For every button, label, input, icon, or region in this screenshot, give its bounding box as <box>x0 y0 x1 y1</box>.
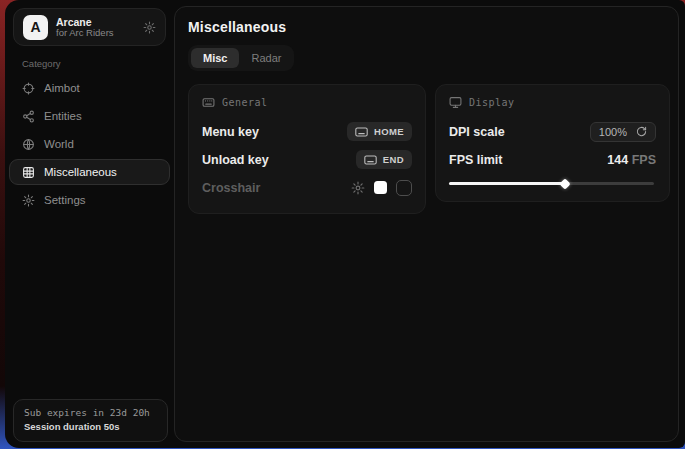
dpi-scale-value: 100% <box>599 126 627 138</box>
entities-icon <box>22 110 35 123</box>
unload-key-row: Unload key END <box>202 147 412 172</box>
menu-key-value: HOME <box>374 126 404 137</box>
menu-key-label: Menu key <box>202 125 259 139</box>
general-card: General Menu key HOME Unload key <box>188 84 426 214</box>
tab-bar: Misc Radar <box>188 45 294 71</box>
fps-limit-label: FPS limit <box>449 153 502 167</box>
app-logo: A <box>23 15 48 40</box>
unload-key-value: END <box>383 154 404 165</box>
sidebar-item-world[interactable]: World <box>9 131 170 157</box>
gear-icon[interactable] <box>143 21 156 34</box>
display-card: Display DPI scale 100% FPS limit 144 FPS <box>435 84 670 202</box>
dpi-scale-label: DPI scale <box>449 125 505 139</box>
gear-icon <box>22 194 35 207</box>
monitor-icon <box>449 96 462 109</box>
fps-slider-fill <box>449 182 565 185</box>
subscription-info: Sub expires in 23d 20h Session duration … <box>13 399 168 443</box>
sidebar-item-label: Aimbot <box>44 82 80 94</box>
session-duration-text: Session duration 50s <box>24 420 157 434</box>
crosshair-color-swatch[interactable] <box>374 181 387 194</box>
menu-key-bind-button[interactable]: HOME <box>347 122 412 141</box>
unload-key-bind-button[interactable]: END <box>356 150 412 169</box>
sidebar: A Arcane for Arc Riders Category Aimbot <box>5 0 174 448</box>
globe-icon <box>22 138 35 151</box>
sidebar-item-label: Miscellaneous <box>44 166 117 178</box>
sidebar-item-label: World <box>44 138 74 150</box>
sub-expiry-text: Sub expires in 23d 20h <box>24 406 157 420</box>
crosshair-icon <box>22 82 35 95</box>
keyboard-icon <box>364 155 377 165</box>
general-card-header: General <box>202 96 412 109</box>
app-subtitle: for Arc Riders <box>56 28 135 39</box>
unload-key-label: Unload key <box>202 153 269 167</box>
sidebar-item-label: Entities <box>44 110 82 122</box>
dpi-scale-row: DPI scale 100% <box>449 119 656 144</box>
tab-radar[interactable]: Radar <box>241 48 291 68</box>
sidebar-item-miscellaneous[interactable]: Miscellaneous <box>9 159 170 185</box>
menu-key-row: Menu key HOME <box>202 119 412 144</box>
crosshair-row: Crosshair <box>202 175 412 200</box>
keyboard-icon <box>202 96 215 109</box>
app-window: A Arcane for Arc Riders Category Aimbot <box>5 0 685 448</box>
reset-icon[interactable] <box>636 126 647 137</box>
crosshair-controls <box>351 180 412 196</box>
main-panel: Miscellaneous Misc Radar General Menu ke… <box>174 6 679 442</box>
category-label: Category <box>22 58 174 69</box>
sidebar-nav: Aimbot Entities World Miscellaneous <box>5 75 174 213</box>
general-card-title: General <box>222 97 268 108</box>
fps-limit-value: 144 FPS <box>607 153 656 167</box>
fps-number: 144 <box>607 153 628 167</box>
grid-icon <box>22 166 35 179</box>
fps-slider[interactable] <box>449 178 656 188</box>
cards-row: General Menu key HOME Unload key <box>188 84 670 214</box>
gear-icon[interactable] <box>351 181 365 195</box>
dpi-scale-control[interactable]: 100% <box>590 122 656 142</box>
display-card-title: Display <box>469 97 515 108</box>
app-name: Arcane <box>56 16 135 28</box>
app-header-card: A Arcane for Arc Riders <box>13 8 166 46</box>
crosshair-checkbox[interactable] <box>396 180 412 196</box>
sidebar-item-settings[interactable]: Settings <box>9 187 170 213</box>
crosshair-label: Crosshair <box>202 181 260 195</box>
sidebar-item-entities[interactable]: Entities <box>9 103 170 129</box>
display-card-header: Display <box>449 96 656 109</box>
tab-misc[interactable]: Misc <box>191 48 239 68</box>
fps-slider-thumb[interactable] <box>559 178 570 189</box>
page-title: Miscellaneous <box>188 19 670 35</box>
sidebar-item-aimbot[interactable]: Aimbot <box>9 75 170 101</box>
app-meta: Arcane for Arc Riders <box>56 16 135 39</box>
fps-unit: FPS <box>632 153 656 167</box>
fps-limit-row: FPS limit 144 FPS <box>449 147 656 172</box>
keyboard-icon <box>355 127 368 137</box>
sidebar-item-label: Settings <box>44 194 86 206</box>
